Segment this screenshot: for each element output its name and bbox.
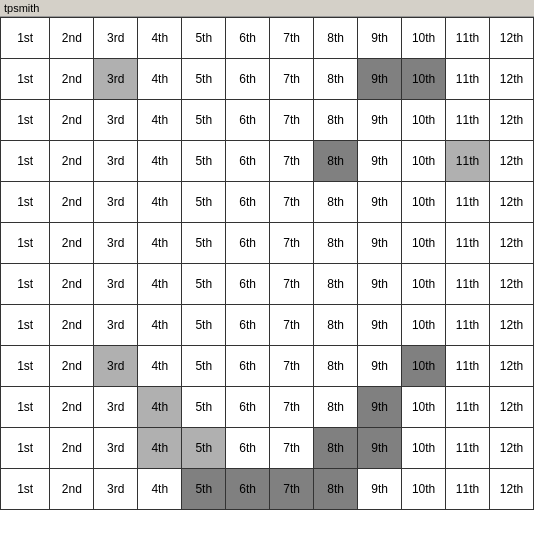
table-cell[interactable]: 9th bbox=[358, 100, 402, 141]
table-cell[interactable]: 1st bbox=[1, 428, 50, 469]
table-cell[interactable]: 1st bbox=[1, 264, 50, 305]
table-cell[interactable]: 7th bbox=[270, 18, 314, 59]
table-cell[interactable]: 3rd bbox=[94, 387, 138, 428]
table-cell[interactable]: 1st bbox=[1, 346, 50, 387]
table-cell[interactable]: 6th bbox=[226, 469, 270, 510]
table-cell[interactable]: 12th bbox=[490, 346, 534, 387]
table-cell[interactable]: 8th bbox=[314, 100, 358, 141]
table-cell[interactable]: 2nd bbox=[50, 18, 94, 59]
table-cell[interactable]: 11th bbox=[446, 469, 490, 510]
table-cell[interactable]: 2nd bbox=[50, 428, 94, 469]
table-cell[interactable]: 7th bbox=[270, 59, 314, 100]
table-cell[interactable]: 8th bbox=[314, 305, 358, 346]
table-cell[interactable]: 8th bbox=[314, 346, 358, 387]
table-cell[interactable]: 11th bbox=[446, 141, 490, 182]
table-cell[interactable]: 1st bbox=[1, 59, 50, 100]
table-cell[interactable]: 5th bbox=[182, 469, 226, 510]
table-cell[interactable]: 8th bbox=[314, 182, 358, 223]
table-cell[interactable]: 1st bbox=[1, 182, 50, 223]
table-cell[interactable]: 4th bbox=[138, 18, 182, 59]
table-cell[interactable]: 2nd bbox=[50, 100, 94, 141]
table-cell[interactable]: 3rd bbox=[94, 305, 138, 346]
table-cell[interactable]: 5th bbox=[182, 428, 226, 469]
table-cell[interactable]: 11th bbox=[446, 428, 490, 469]
table-cell[interactable]: 10th bbox=[402, 182, 446, 223]
table-cell[interactable]: 10th bbox=[402, 100, 446, 141]
table-cell[interactable]: 3rd bbox=[94, 428, 138, 469]
table-cell[interactable]: 8th bbox=[314, 387, 358, 428]
table-cell[interactable]: 8th bbox=[314, 223, 358, 264]
table-cell[interactable]: 9th bbox=[358, 428, 402, 469]
table-cell[interactable]: 12th bbox=[490, 182, 534, 223]
table-cell[interactable]: 2nd bbox=[50, 346, 94, 387]
table-cell[interactable]: 8th bbox=[314, 18, 358, 59]
table-cell[interactable]: 3rd bbox=[94, 264, 138, 305]
table-cell[interactable]: 6th bbox=[226, 182, 270, 223]
table-cell[interactable]: 10th bbox=[402, 346, 446, 387]
table-cell[interactable]: 7th bbox=[270, 469, 314, 510]
table-cell[interactable]: 12th bbox=[490, 223, 534, 264]
table-cell[interactable]: 11th bbox=[446, 346, 490, 387]
table-cell[interactable]: 12th bbox=[490, 469, 534, 510]
table-cell[interactable]: 10th bbox=[402, 18, 446, 59]
table-cell[interactable]: 9th bbox=[358, 346, 402, 387]
table-cell[interactable]: 12th bbox=[490, 428, 534, 469]
table-cell[interactable]: 7th bbox=[270, 428, 314, 469]
table-cell[interactable]: 12th bbox=[490, 59, 534, 100]
table-cell[interactable]: 1st bbox=[1, 305, 50, 346]
table-cell[interactable]: 3rd bbox=[94, 59, 138, 100]
table-cell[interactable]: 1st bbox=[1, 18, 50, 59]
table-cell[interactable]: 6th bbox=[226, 305, 270, 346]
table-cell[interactable]: 12th bbox=[490, 141, 534, 182]
table-cell[interactable]: 5th bbox=[182, 387, 226, 428]
table-cell[interactable]: 4th bbox=[138, 346, 182, 387]
table-cell[interactable]: 4th bbox=[138, 264, 182, 305]
table-cell[interactable]: 5th bbox=[182, 18, 226, 59]
table-cell[interactable]: 8th bbox=[314, 59, 358, 100]
table-cell[interactable]: 1st bbox=[1, 469, 50, 510]
table-cell[interactable]: 5th bbox=[182, 182, 226, 223]
table-cell[interactable]: 3rd bbox=[94, 346, 138, 387]
table-cell[interactable]: 9th bbox=[358, 223, 402, 264]
table-cell[interactable]: 2nd bbox=[50, 264, 94, 305]
table-cell[interactable]: 4th bbox=[138, 428, 182, 469]
table-cell[interactable]: 4th bbox=[138, 387, 182, 428]
table-cell[interactable]: 7th bbox=[270, 182, 314, 223]
table-cell[interactable]: 2nd bbox=[50, 59, 94, 100]
table-cell[interactable]: 2nd bbox=[50, 469, 94, 510]
table-cell[interactable]: 8th bbox=[314, 469, 358, 510]
table-cell[interactable]: 8th bbox=[314, 264, 358, 305]
table-cell[interactable]: 11th bbox=[446, 387, 490, 428]
table-cell[interactable]: 12th bbox=[490, 387, 534, 428]
table-cell[interactable]: 10th bbox=[402, 141, 446, 182]
table-cell[interactable]: 4th bbox=[138, 59, 182, 100]
table-cell[interactable]: 8th bbox=[314, 141, 358, 182]
table-cell[interactable]: 6th bbox=[226, 346, 270, 387]
table-cell[interactable]: 9th bbox=[358, 264, 402, 305]
table-cell[interactable]: 1st bbox=[1, 141, 50, 182]
table-cell[interactable]: 9th bbox=[358, 305, 402, 346]
table-cell[interactable]: 2nd bbox=[50, 305, 94, 346]
table-cell[interactable]: 7th bbox=[270, 223, 314, 264]
table-cell[interactable]: 5th bbox=[182, 346, 226, 387]
table-cell[interactable]: 3rd bbox=[94, 182, 138, 223]
table-cell[interactable]: 7th bbox=[270, 100, 314, 141]
table-cell[interactable]: 1st bbox=[1, 100, 50, 141]
table-cell[interactable]: 6th bbox=[226, 141, 270, 182]
table-cell[interactable]: 4th bbox=[138, 141, 182, 182]
table-cell[interactable]: 10th bbox=[402, 223, 446, 264]
table-cell[interactable]: 10th bbox=[402, 264, 446, 305]
table-cell[interactable]: 1st bbox=[1, 223, 50, 264]
table-cell[interactable]: 2nd bbox=[50, 182, 94, 223]
table-cell[interactable]: 9th bbox=[358, 18, 402, 59]
table-cell[interactable]: 12th bbox=[490, 305, 534, 346]
table-cell[interactable]: 9th bbox=[358, 469, 402, 510]
table-cell[interactable]: 11th bbox=[446, 305, 490, 346]
table-cell[interactable]: 9th bbox=[358, 141, 402, 182]
table-cell[interactable]: 5th bbox=[182, 223, 226, 264]
table-cell[interactable]: 5th bbox=[182, 100, 226, 141]
table-cell[interactable]: 7th bbox=[270, 305, 314, 346]
table-cell[interactable]: 11th bbox=[446, 18, 490, 59]
table-cell[interactable]: 7th bbox=[270, 346, 314, 387]
table-cell[interactable]: 1st bbox=[1, 387, 50, 428]
